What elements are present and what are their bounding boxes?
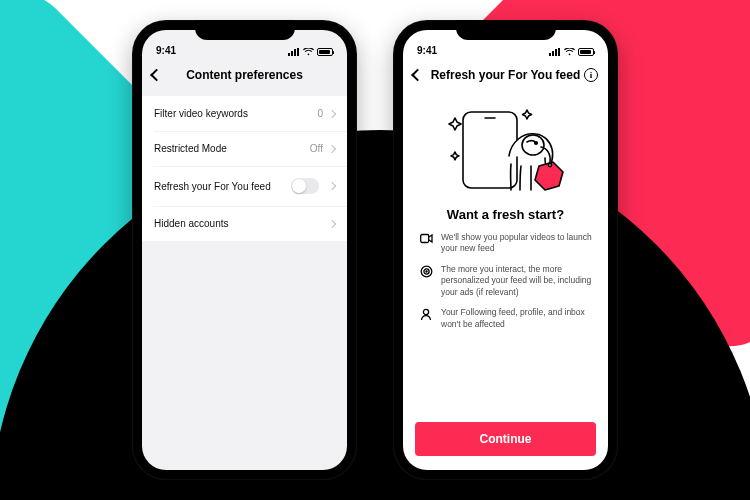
illustration [403,92,608,201]
target-icon [419,264,433,298]
row-value: Off [310,143,323,154]
chevron-left-icon [150,69,163,82]
row-label: Filter video keywords [154,108,248,119]
chevron-right-icon [328,144,336,152]
status-time: 9:41 [156,45,176,56]
person-icon [419,307,433,330]
phone-preferences: 9:41 Content preferences Filter video ke… [132,20,357,480]
svg-point-2 [522,135,544,155]
svg-rect-5 [420,235,428,243]
bullet-text: The more you interact, the more personal… [441,264,592,298]
header: Content preferences [142,58,347,92]
wifi-icon [564,48,575,56]
chevron-right-icon [328,219,336,227]
bullet-text: Your Following feed, profile, and inbox … [441,307,592,330]
row-label: Restricted Mode [154,143,227,154]
toggle-off[interactable] [291,178,319,194]
notch [456,20,556,40]
header: Refresh your For You feed i [403,58,608,92]
headline: Want a fresh start? [403,207,608,222]
bullet-text: We'll show you popular videos to launch … [441,232,592,255]
svg-point-4 [548,163,551,166]
page-title: Refresh your For You feed [431,68,581,82]
signal-icon [288,48,300,56]
row-label: Refresh your For You feed [154,181,271,192]
settings-list: Filter video keywords 0 Restricted Mode … [142,96,347,241]
svg-point-8 [425,271,426,272]
svg-rect-0 [463,112,517,188]
row-label: Hidden accounts [154,218,229,229]
signal-icon [549,48,561,56]
battery-icon [317,48,333,56]
row-refresh-feed[interactable]: Refresh your For You feed [142,166,347,206]
svg-point-9 [423,310,428,315]
bullet-popular: We'll show you popular videos to launch … [419,232,592,255]
bullet-unaffected: Your Following feed, profile, and inbox … [419,307,592,330]
row-restricted-mode[interactable]: Restricted Mode Off [142,131,347,166]
cta-label: Continue [480,432,532,446]
info-button[interactable]: i [584,68,598,82]
battery-icon [578,48,594,56]
bullet-personalize: The more you interact, the more personal… [419,264,592,298]
continue-button[interactable]: Continue [415,422,596,456]
status-time: 9:41 [417,45,437,56]
notch [195,20,295,40]
row-value: 0 [317,108,323,119]
chevron-right-icon [328,182,336,190]
video-icon [419,232,433,255]
wifi-icon [303,48,314,56]
info-icon: i [584,68,598,82]
back-button[interactable] [413,71,422,80]
phone-refresh-feed: 9:41 Refresh your For You feed i [393,20,618,480]
row-hidden-accounts[interactable]: Hidden accounts [142,206,347,241]
row-filter-keywords[interactable]: Filter video keywords 0 [142,96,347,131]
chevron-right-icon [328,109,336,117]
bullets: We'll show you popular videos to launch … [403,232,608,330]
chevron-left-icon [411,69,424,82]
back-button[interactable] [152,71,161,80]
page-title: Content preferences [186,68,303,82]
